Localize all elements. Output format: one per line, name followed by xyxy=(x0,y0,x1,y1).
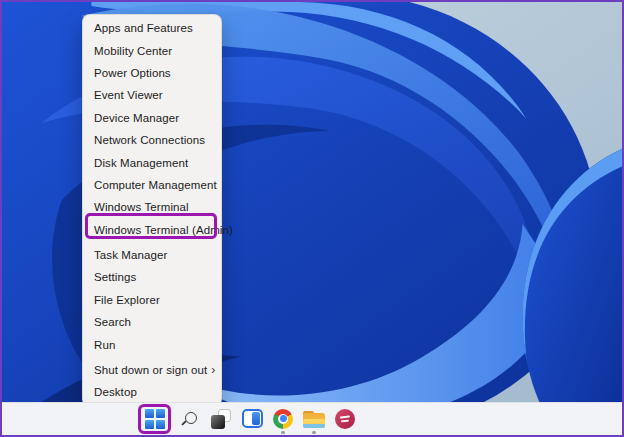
start-button[interactable] xyxy=(144,408,166,430)
menu-item-windows-terminal[interactable]: Windows Terminal xyxy=(83,196,221,218)
file-explorer-icon xyxy=(303,410,325,428)
menu-item-apps-and-features[interactable]: Apps and Features xyxy=(83,17,221,39)
menu-item-label: Shut down or sign out xyxy=(94,364,207,376)
widgets-button[interactable] xyxy=(240,407,264,431)
running-indicator-dot xyxy=(312,431,316,434)
desktop-screen: Apps and Features Mobility Center Power … xyxy=(0,0,624,437)
menu-item-windows-terminal-admin[interactable]: Windows Terminal (Admin) xyxy=(83,219,221,241)
task-view-icon xyxy=(211,409,231,429)
menu-item-settings[interactable]: Settings xyxy=(83,266,221,288)
menu-item-disk-management[interactable]: Disk Management xyxy=(83,151,221,173)
menu-item-run[interactable]: Run xyxy=(83,333,221,355)
file-explorer-button[interactable] xyxy=(302,407,326,431)
menu-item-shut-down-or-sign-out[interactable]: Shut down or sign out › xyxy=(83,359,221,381)
menu-item-desktop[interactable]: Desktop xyxy=(83,381,221,403)
menu-item-computer-management[interactable]: Computer Management xyxy=(83,174,221,196)
menu-item-task-manager[interactable]: Task Manager xyxy=(83,244,221,266)
chrome-button[interactable] xyxy=(271,407,295,431)
running-indicator-dot xyxy=(281,431,285,434)
menu-item-network-connections[interactable]: Network Connections xyxy=(83,129,221,151)
menu-item-file-explorer[interactable]: File Explorer xyxy=(83,289,221,311)
menu-item-search[interactable]: Search xyxy=(83,311,221,333)
menu-item-event-viewer[interactable]: Event Viewer xyxy=(83,84,221,106)
menu-item-power-options[interactable]: Power Options xyxy=(83,62,221,84)
taskbar xyxy=(2,402,622,435)
submenu-chevron-right-icon: › xyxy=(207,364,215,376)
taskbar-icon-group xyxy=(138,402,357,435)
red-app-icon xyxy=(335,409,355,429)
widgets-icon xyxy=(242,409,263,428)
winx-context-menu: Apps and Features Mobility Center Power … xyxy=(82,14,222,407)
chrome-icon xyxy=(273,409,293,429)
search-button[interactable] xyxy=(178,407,202,431)
menu-item-mobility-center[interactable]: Mobility Center xyxy=(83,39,221,61)
red-app-button[interactable] xyxy=(333,407,357,431)
windows-logo-icon xyxy=(145,409,165,429)
search-icon xyxy=(182,411,198,427)
task-view-button[interactable] xyxy=(209,407,233,431)
annotation-highlight-box-start xyxy=(138,404,171,434)
menu-item-device-manager[interactable]: Device Manager xyxy=(83,107,221,129)
